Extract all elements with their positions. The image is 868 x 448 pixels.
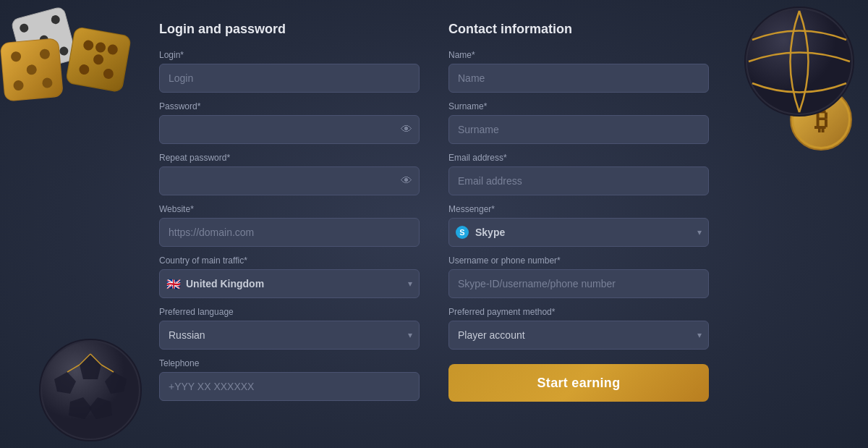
name-label: Name* bbox=[448, 50, 709, 60]
telephone-field-group: Telephone bbox=[159, 358, 420, 401]
password-input[interactable] bbox=[159, 115, 420, 144]
surname-field-group: Surname* bbox=[448, 101, 709, 144]
surname-input[interactable] bbox=[448, 115, 709, 144]
website-label: Website* bbox=[159, 204, 420, 214]
messenger-select-wrapper: S Skype Telegram WhatsApp ▾ bbox=[448, 218, 709, 247]
payment-label: Preferred payment method* bbox=[448, 307, 709, 317]
website-field-group: Website* bbox=[159, 204, 420, 247]
password-field-group: Password* 👁 bbox=[159, 101, 420, 144]
start-earning-button[interactable]: Start earning bbox=[448, 364, 709, 402]
messenger-field-group: Messenger* S Skype Telegram WhatsApp ▾ bbox=[448, 204, 709, 247]
password-label: Password* bbox=[159, 101, 420, 111]
country-select[interactable]: United Kingdom United States Germany Fra… bbox=[159, 269, 420, 298]
login-field-group: Login* bbox=[159, 50, 420, 93]
name-field-group: Name* bbox=[448, 50, 709, 93]
payment-select-wrapper: Player account Bank transfer Crypto ▾ bbox=[448, 321, 709, 350]
username-label: Username or phone number* bbox=[448, 255, 709, 266]
soccer-ball-decoration bbox=[33, 332, 148, 448]
country-label: Country of main traffic* bbox=[159, 255, 420, 266]
messenger-select[interactable]: Skype Telegram WhatsApp bbox=[448, 218, 709, 247]
name-input[interactable] bbox=[448, 64, 709, 93]
language-field-group: Preferred language Russian English Germa… bbox=[159, 307, 420, 350]
basketball-decoration: ₿ bbox=[731, 0, 868, 152]
country-select-wrapper: 🇬🇧 United Kingdom United States Germany … bbox=[159, 269, 420, 298]
surname-label: Surname* bbox=[448, 101, 709, 111]
repeat-password-field-group: Repeat password* 👁 bbox=[159, 153, 420, 195]
form-container: Login and password Login* Password* 👁 Re… bbox=[159, 22, 709, 410]
payment-select[interactable]: Player account Bank transfer Crypto bbox=[448, 321, 709, 350]
language-select[interactable]: Russian English German bbox=[159, 321, 420, 350]
login-section-title: Login and password bbox=[159, 22, 420, 37]
email-field-group: Email address* bbox=[448, 153, 709, 195]
username-field-group: Username or phone number* bbox=[448, 255, 709, 298]
payment-field-group: Preferred payment method* Player account… bbox=[448, 307, 709, 350]
username-input[interactable] bbox=[448, 269, 709, 298]
login-label: Login* bbox=[159, 50, 420, 60]
login-password-section: Login and password Login* Password* 👁 Re… bbox=[159, 22, 420, 410]
repeat-password-eye-icon[interactable]: 👁 bbox=[401, 174, 412, 187]
messenger-label: Messenger* bbox=[448, 204, 709, 214]
contact-info-section: Contact information Name* Surname* Email… bbox=[448, 22, 709, 410]
telephone-input[interactable] bbox=[159, 372, 420, 401]
dice-decoration bbox=[0, 0, 145, 119]
svg-point-25 bbox=[747, 9, 851, 114]
repeat-password-input-wrapper: 👁 bbox=[159, 166, 420, 195]
contact-section-title: Contact information bbox=[448, 22, 709, 37]
language-label: Preferred language bbox=[159, 307, 420, 317]
email-label: Email address* bbox=[448, 153, 709, 163]
password-eye-icon[interactable]: 👁 bbox=[401, 123, 412, 136]
language-select-wrapper: Russian English German ▾ bbox=[159, 321, 420, 350]
website-input[interactable] bbox=[159, 218, 420, 247]
repeat-password-input[interactable] bbox=[159, 166, 420, 195]
email-input[interactable] bbox=[448, 166, 709, 195]
password-input-wrapper: 👁 bbox=[159, 115, 420, 144]
telephone-label: Telephone bbox=[159, 358, 420, 368]
repeat-password-label: Repeat password* bbox=[159, 153, 420, 163]
country-field-group: Country of main traffic* 🇬🇧 United Kingd… bbox=[159, 255, 420, 298]
login-input[interactable] bbox=[159, 64, 420, 93]
